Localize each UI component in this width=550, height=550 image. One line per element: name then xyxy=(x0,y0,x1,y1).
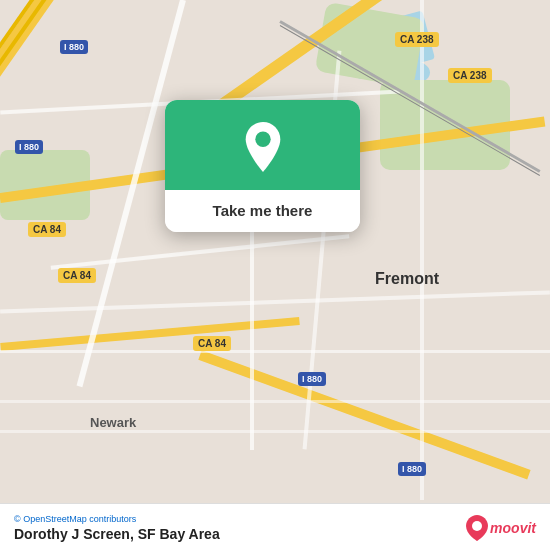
moovit-brand-text: moovit xyxy=(490,520,536,536)
newark-label: Newark xyxy=(90,415,136,430)
location-name: Dorothy J Screen, SF Bay Area xyxy=(14,526,220,542)
map: I 880 I 880 CA 238 CA 238 CA 84 CA 84 CA… xyxy=(0,0,550,550)
highway-label-i880-top: I 880 xyxy=(60,40,88,54)
location-info: © OpenStreetMap contributors Dorothy J S… xyxy=(14,514,220,542)
highway-label-i880-mid: I 880 xyxy=(298,372,326,386)
moovit-pin-icon xyxy=(466,515,488,541)
highway-label-i880-left: I 880 xyxy=(15,140,43,154)
take-me-there-button[interactable]: Take me there xyxy=(165,190,360,232)
highway-label-i880-bottom: I 880 xyxy=(398,462,426,476)
osm-attribution: © OpenStreetMap contributors xyxy=(14,514,220,524)
map-pin-icon xyxy=(241,122,285,172)
location-popup: Take me there xyxy=(165,100,360,232)
svg-point-1 xyxy=(472,521,482,531)
take-me-there-label: Take me there xyxy=(213,202,313,219)
highway-label-ca84-2: CA 84 xyxy=(58,268,96,283)
fremont-label: Fremont xyxy=(375,270,439,288)
highway-label-ca84-1: CA 84 xyxy=(28,222,66,237)
highway-label-ca238-2: CA 238 xyxy=(448,68,492,83)
popup-green-header xyxy=(165,100,360,190)
moovit-logo: moovit xyxy=(466,515,536,541)
svg-point-0 xyxy=(255,132,270,147)
highway-label-ca238-1: CA 238 xyxy=(395,32,439,47)
highway-label-ca84-4: CA 84 xyxy=(193,336,231,351)
bottom-bar: © OpenStreetMap contributors Dorothy J S… xyxy=(0,503,550,550)
